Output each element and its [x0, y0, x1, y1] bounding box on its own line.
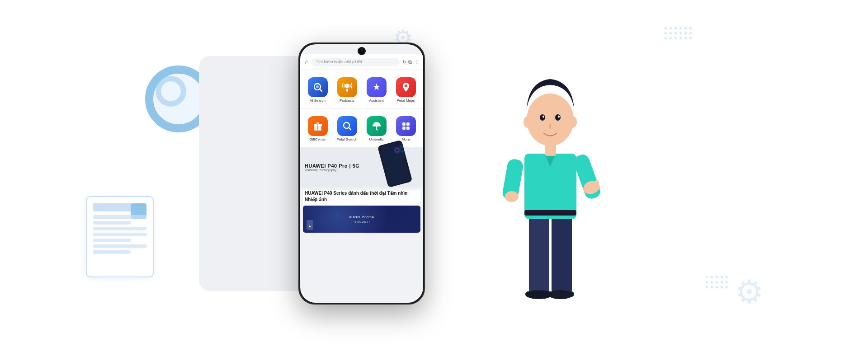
app-petal-search[interactable]: Petal Search — [332, 113, 362, 144]
ai-search-label: AI Search — [310, 98, 326, 103]
product-info: HUAWEI P40 Pro | 5G Visionary Photograph… — [305, 163, 359, 172]
article-title: HUAWEI P40 Series đánh dấu thời đại Tầm … — [305, 190, 419, 203]
menu-icon[interactable]: ⋮ — [414, 59, 419, 65]
svg-rect-18 — [406, 122, 410, 126]
tab-count-icon[interactable]: ⧉ — [408, 59, 412, 65]
app-grid-row1: AI Search — [300, 70, 423, 108]
petal-maps-label: Petal Maps — [396, 98, 415, 103]
petal-search-label: Petal Search — [337, 137, 358, 142]
svg-rect-20 — [406, 127, 410, 130]
product-phone-image — [369, 140, 423, 188]
url-bar[interactable]: Tìm kiếm hoặc nhập URL — [311, 58, 400, 66]
podcasts-icon — [337, 77, 357, 97]
gift-center-label: GiftCenter — [309, 137, 326, 142]
petal-search-icon — [337, 116, 357, 136]
svg-rect-47 — [545, 142, 556, 156]
refresh-icon[interactable]: ↻ — [402, 59, 406, 65]
ai-search-icon — [308, 77, 328, 97]
browser-action-icons: ↻ ⧉ ⋮ — [402, 59, 419, 65]
app-petal-maps[interactable]: Petal Maps — [391, 74, 420, 105]
phone-person-area: ⌂ Tìm kiếm hoặc nhập URL ↻ ⧉ ⋮ — [276, 15, 592, 332]
phone-device: ⌂ Tìm kiếm hoặc nhập URL ↻ ⧉ ⋮ — [298, 42, 425, 305]
app-umbrella[interactable]: Umbrella — [362, 113, 391, 144]
browser-bar: ⌂ Tìm kiếm hoặc nhập URL ↻ ⧉ ⋮ — [300, 54, 423, 70]
phone-notch — [358, 47, 366, 55]
product-banner: HUAWEI P40 Pro | 5G Visionary Photograph… — [300, 147, 423, 188]
svg-point-46 — [569, 116, 577, 128]
svg-rect-28 — [529, 212, 549, 294]
app-podcasts[interactable]: Podcasts — [332, 74, 362, 105]
svg-point-40 — [527, 94, 574, 146]
svg-rect-48 — [524, 210, 576, 216]
svg-rect-33 — [525, 291, 552, 297]
article-video-card[interactable]: <HDC.2019> < HDC.2019 > ▶ — [303, 206, 420, 233]
umbrella-icon — [367, 116, 387, 136]
svg-rect-19 — [402, 127, 406, 130]
app-gift-center[interactable]: GiftCenter — [303, 113, 332, 144]
article-text-area: HUAWEI P40 Series đánh dấu thời đại Tầm … — [303, 190, 420, 206]
svg-rect-29 — [552, 212, 572, 294]
svg-line-4 — [320, 89, 322, 92]
svg-point-5 — [316, 85, 319, 88]
svg-point-43 — [542, 116, 544, 118]
gift-center-icon — [308, 116, 328, 136]
svg-point-41 — [540, 114, 545, 121]
svg-point-44 — [558, 116, 560, 118]
doc-lines — [93, 215, 146, 254]
svg-rect-7 — [346, 89, 348, 92]
main-layout: ⌂ Tìm kiếm hoặc nhập URL ↻ ⧉ ⋮ — [0, 0, 868, 347]
svg-line-14 — [349, 127, 351, 130]
phone-mockup: ⌂ Tìm kiếm hoặc nhập URL ↻ ⧉ ⋮ — [298, 42, 425, 305]
svg-point-39 — [505, 191, 519, 202]
svg-point-45 — [524, 116, 532, 128]
petal-maps-icon — [396, 77, 416, 97]
assistant-icon — [367, 77, 387, 97]
app-ai-search[interactable]: AI Search — [303, 74, 332, 105]
product-name: HUAWEI P40 Pro | 5G — [305, 163, 359, 169]
document-card — [86, 196, 154, 277]
app-assistant[interactable]: Assistant — [362, 74, 391, 105]
svg-point-6 — [345, 84, 349, 88]
svg-rect-17 — [402, 122, 406, 126]
article-section: HUAWEI P40 Series đánh dấu thời đại Tầm … — [300, 188, 423, 238]
app-more[interactable]: More — [391, 113, 420, 144]
person-illustration — [502, 50, 601, 332]
phone-screen: ⌂ Tìm kiếm hoặc nhập URL ↻ ⧉ ⋮ — [300, 44, 423, 303]
product-tagline: Visionary Photography — [305, 169, 359, 172]
svg-point-42 — [555, 114, 561, 121]
podcasts-label: Podcasts — [340, 98, 354, 103]
svg-point-9 — [405, 84, 407, 87]
more-icon — [396, 116, 416, 136]
assistant-label: Assistant — [369, 98, 383, 103]
url-text: Tìm kiếm hoặc nhập URL — [316, 60, 363, 64]
home-icon[interactable]: ⌂ — [305, 58, 308, 66]
svg-point-8 — [375, 86, 378, 89]
